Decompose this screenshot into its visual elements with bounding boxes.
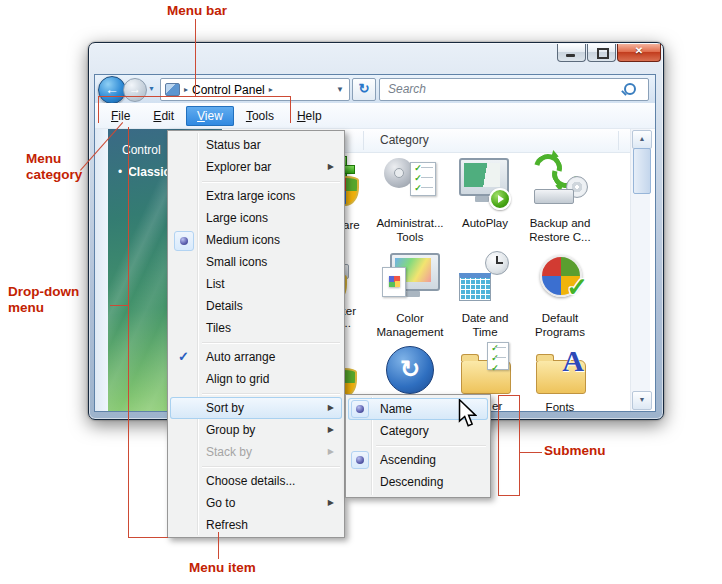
autoplay-icon <box>457 154 513 210</box>
search-placeholder: Search <box>388 82 426 96</box>
administrative-tools-icon: ✓✓✓ <box>382 154 438 210</box>
vertical-scrollbar[interactable]: ▲ ▼ <box>630 129 650 411</box>
menu-item-sort-by[interactable]: Sort by▶ <box>170 397 342 419</box>
annotation-line <box>128 537 168 538</box>
menu-item-status-bar[interactable]: Status bar <box>170 134 342 156</box>
search-icon <box>624 83 636 95</box>
address-breadcrumb[interactable]: ▸ Control Panel ▸ ▼ <box>160 78 350 101</box>
menu-view[interactable]: View <box>186 106 234 126</box>
menu-item-tiles[interactable]: Tiles <box>170 317 342 339</box>
scroll-down-button[interactable]: ▼ <box>632 391 652 410</box>
tile-folder-options[interactable]: ✓✓✓ <box>448 342 522 398</box>
radio-selected-icon <box>174 231 194 251</box>
column-header-category[interactable]: Category <box>380 133 429 147</box>
refresh-button[interactable]: ↻ <box>352 78 376 101</box>
tile-label: AutoPlay <box>448 216 522 230</box>
menu-item-medium-icons[interactable]: Medium icons <box>170 229 342 251</box>
menu-item-choose-details[interactable]: Choose details... <box>170 470 342 492</box>
scroll-up-button[interactable]: ▲ <box>632 130 652 149</box>
search-box[interactable]: Search <box>379 78 649 101</box>
folder-options-icon: ✓✓✓ <box>457 342 513 398</box>
fonts-icon: A <box>532 342 588 398</box>
tile-ease-of-access[interactable]: ↻ <box>373 342 447 398</box>
menu-item-align-to-grid[interactable]: Align to grid <box>170 368 342 390</box>
menu-item-large-icons[interactable]: Large icons <box>170 207 342 229</box>
default-programs-icon: ✓ <box>532 249 588 305</box>
tile-autoplay[interactable]: AutoPlay <box>448 154 522 230</box>
tile-fonts[interactable]: A Fonts <box>523 342 597 411</box>
tile-administrative-tools[interactable]: ✓✓✓ Administrat...Tools <box>373 154 447 244</box>
radio-selected-icon <box>351 400 369 418</box>
annotation-line <box>98 96 99 123</box>
submenu-arrow-icon: ▶ <box>328 492 334 514</box>
menu-edit[interactable]: Edit <box>142 106 185 126</box>
menu-item-group-by[interactable]: Group by▶ <box>170 419 342 441</box>
address-dropdown-icon[interactable]: ▼ <box>336 85 344 94</box>
menu-separator <box>202 342 340 343</box>
annotation-line <box>519 452 542 453</box>
scrollbar-thumb[interactable] <box>633 148 651 194</box>
tile-backup-restore[interactable]: Backup andRestore C... <box>523 154 597 244</box>
check-icon: ✓ <box>178 346 189 368</box>
annotation-submenu: Submenu <box>544 443 606 459</box>
menu-item-details[interactable]: Details <box>170 295 342 317</box>
annotation-menu-item: Menu item <box>189 560 256 576</box>
backup-restore-icon <box>532 154 588 210</box>
maximize-icon <box>597 48 609 59</box>
annotation-line <box>98 96 291 97</box>
submenu-item-descending[interactable]: Descending <box>348 471 488 493</box>
tile-color-management[interactable]: ColorManagement <box>373 249 447 339</box>
color-management-icon <box>382 249 438 305</box>
partial-label-add-hardware: are <box>343 219 360 231</box>
view-dropdown-menu: Status bar Explorer bar▶ Extra large ico… <box>167 130 345 538</box>
close-icon: ✕ <box>618 45 660 56</box>
annotation-line <box>110 305 129 306</box>
submenu-arrow-icon: ▶ <box>328 397 334 419</box>
date-time-icon <box>457 249 513 305</box>
tile-label: DefaultPrograms <box>523 311 597 339</box>
ease-of-access-icon: ↻ <box>382 342 438 398</box>
menu-item-refresh[interactable]: Refresh <box>170 514 342 536</box>
annotation-line <box>290 96 291 123</box>
breadcrumb-location[interactable]: Control Panel <box>192 83 265 97</box>
tile-date-time[interactable]: Date andTime <box>448 249 522 339</box>
menu-item-extra-large-icons[interactable]: Extra large icons <box>170 185 342 207</box>
breadcrumb-arrow-icon[interactable]: ▸ <box>269 85 273 94</box>
menu-tools[interactable]: Tools <box>235 106 285 126</box>
mouse-cursor <box>458 399 477 432</box>
menu-item-explorer-bar[interactable]: Explorer bar▶ <box>170 156 342 178</box>
tile-default-programs[interactable]: ✓ DefaultPrograms <box>523 249 597 339</box>
menu-separator <box>202 466 340 467</box>
bullet-icon: • <box>118 165 122 179</box>
back-button[interactable]: ← <box>98 76 126 104</box>
submenu-item-ascending[interactable]: Ascending <box>348 449 488 471</box>
close-button[interactable]: ✕ <box>617 44 661 62</box>
scroll-down-icon: ▼ <box>639 396 646 403</box>
partial-label-folder-options: er <box>492 400 502 412</box>
menu-item-small-icons[interactable]: Small icons <box>170 251 342 273</box>
submenu-arrow-icon: ▶ <box>328 156 334 178</box>
menu-help[interactable]: Help <box>286 106 333 126</box>
control-panel-icon <box>165 83 180 96</box>
menu-item-auto-arrange[interactable]: ✓Auto arrange <box>170 346 342 368</box>
submenu-arrow-icon: ▶ <box>328 441 334 463</box>
annotation-line <box>195 19 196 97</box>
window-controls: ✕ <box>556 44 661 61</box>
tile-label: Date andTime <box>448 311 522 339</box>
recent-pages-chevron-icon[interactable]: ▼ <box>148 85 155 92</box>
menu-separator <box>202 393 340 394</box>
forward-button[interactable]: → <box>123 78 147 102</box>
menu-separator <box>202 181 340 182</box>
column-divider <box>363 131 364 150</box>
column-divider <box>618 131 619 150</box>
tile-label: Fonts <box>523 400 597 411</box>
maximize-button[interactable] <box>587 44 616 62</box>
menu-item-go-to[interactable]: Go to▶ <box>170 492 342 514</box>
menu-item-list[interactable]: List <box>170 273 342 295</box>
scroll-up-icon: ▲ <box>639 135 646 142</box>
minimize-button[interactable] <box>557 44 586 62</box>
menu-separator <box>376 445 486 446</box>
tile-label: Backup andRestore C... <box>523 216 597 244</box>
annotation-line <box>128 127 129 538</box>
minimize-icon <box>566 54 575 57</box>
